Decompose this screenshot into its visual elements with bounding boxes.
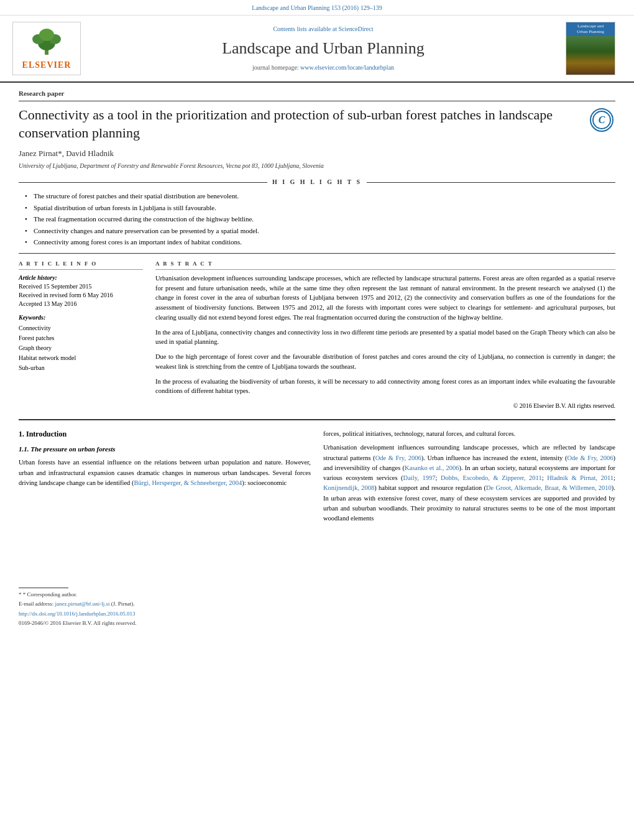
contents-label: Contents lists available at (273, 25, 336, 32)
highlight-item-2: Spatial distribution of urban forests in… (25, 203, 615, 213)
crossmark-circle: C (590, 108, 613, 132)
article-info-abstract-section: A R T I C L E I N F O Article history: R… (19, 253, 615, 410)
keyword-5: Sub-urban (19, 364, 143, 372)
abstract-label: A B S T R A C T (155, 260, 615, 270)
journal-title: Landscape and Urban Planning (222, 37, 425, 60)
journal-homepage: journal homepage: www.elsevier.com/locat… (252, 63, 394, 72)
body-para-col2-1: forces, political initiatives, technolog… (323, 429, 615, 439)
keywords-list: Connectivity Forest patches Graph theory… (19, 324, 143, 372)
crossmark-icon: C (592, 110, 612, 130)
highlight-item-5: Connectivity among forest cores is an im… (25, 238, 615, 247)
highlights-section-header: H I G H L I G H T S (19, 178, 615, 187)
authors-line: Janez Pirnat*, David Hladnik (19, 148, 615, 159)
footer-copyright: 0169-2046/© 2016 Elsevier B.V. All right… (19, 619, 311, 627)
ref-degroot[interactable]: De Groot, Alkemade, Braat, & Willemen, 2… (486, 484, 612, 491)
footnote-area: * * Corresponding author. E-mail address… (19, 588, 311, 627)
ref-ode2[interactable]: Ode & Fry, 2006 (567, 455, 613, 461)
highlights-title: H I G H L I G H T S (267, 178, 367, 187)
body-content: 1. Introduction 1.1. The pressure on urb… (19, 429, 615, 627)
footnote-corresponding: * * Corresponding author. (19, 591, 311, 599)
highlight-item-1: The structure of forest patches and thei… (25, 192, 615, 201)
intro-heading: 1. Introduction (19, 429, 311, 440)
body-para-col1: Urban forests have an essential influenc… (19, 458, 311, 488)
elsevier-wordmark: ELSEVIER (22, 59, 71, 72)
article-type-label: Research paper (19, 89, 615, 101)
page: Landscape and Urban Planning 153 (2016) … (0, 0, 634, 840)
journal-citation-bar: Landscape and Urban Planning 153 (2016) … (0, 0, 634, 16)
doi-text: http://dx.doi.org/10.1016/j.landurbplan.… (19, 611, 136, 617)
footnote-star: * (19, 591, 23, 598)
intro-subheading: 1.1. The pressure on urban forests (19, 445, 311, 454)
body-text-right: forces, political initiatives, technolog… (323, 429, 615, 524)
journal-header-center: Contents lists available at ScienceDirec… (93, 22, 553, 75)
article-info-column: A R T I C L E I N F O Article history: R… (19, 260, 143, 410)
crossmark-badge[interactable]: C (587, 106, 615, 134)
journal-citation-text: Landscape and Urban Planning 153 (2016) … (252, 4, 382, 11)
revised-date: Received in revised form 6 May 2016 (19, 291, 143, 300)
highlights-line-right (367, 182, 615, 183)
section-divider (19, 419, 615, 420)
accepted-date: Accepted 13 May 2016 (19, 300, 143, 308)
ref-konijn[interactable]: Konijnendijk, 2008 (323, 484, 374, 491)
footnote-rule (19, 588, 68, 588)
sciencedirect-line: Contents lists available at ScienceDirec… (273, 25, 373, 34)
history-title: Article history: (19, 274, 143, 282)
abstract-para-4: In the process of evaluating the biodive… (155, 377, 615, 397)
main-content: Research paper Connectivity as a tool in… (0, 83, 634, 634)
svg-text:C: C (598, 114, 605, 125)
body-para-col2-2: Urbanisation development influences surr… (323, 443, 615, 524)
keyword-2: Forest patches (19, 334, 143, 343)
article-info-label: A R T I C L E I N F O (19, 260, 143, 270)
article-history: Article history: Received 15 September 2… (19, 274, 143, 308)
elsevier-tree-icon (25, 25, 68, 57)
keyword-3: Graph theory (19, 344, 143, 353)
abstract-para-2: In the area of Ljubljana, connectivity c… (155, 328, 615, 348)
ref-kasanko[interactable]: Kasanko et al., 2006 (405, 464, 459, 471)
ref-daily[interactable]: Daily, 1997 (403, 474, 436, 481)
keyword-1: Connectivity (19, 324, 143, 333)
ref-burgi[interactable]: Bürgi, Hersperger, & Schneeberger, 2004 (134, 479, 242, 486)
highlights-list: The structure of forest patches and thei… (25, 192, 615, 247)
keyword-4: Habitat network model (19, 354, 143, 362)
body-col-left: 1. Introduction 1.1. The pressure on urb… (19, 429, 311, 627)
authors-text: Janez Pirnat*, David Hladnik (19, 149, 114, 158)
affiliation-text: University of Ljubljana, Department of F… (19, 162, 615, 170)
keywords-section: Keywords: Connectivity Forest patches Gr… (19, 313, 143, 372)
ref-hladnik[interactable]: Hladnik & Pirnat, 2011 (547, 474, 613, 481)
homepage-label: journal homepage: (252, 64, 299, 71)
article-title: Connectivity as a tool in the prioritiza… (19, 106, 615, 142)
abstract-copyright: © 2016 Elsevier B.V. All rights reserved… (155, 401, 615, 410)
body-col-right: forces, political initiatives, technolog… (323, 429, 615, 627)
abstract-text: Urbanisation development influences surr… (155, 274, 615, 410)
journal-header: ELSEVIER Contents lists available at Sci… (0, 16, 634, 83)
email-link[interactable]: janez.pirnat@bf.uni-lj.si (55, 601, 109, 607)
abstract-para-3: Due to the high percentage of forest cov… (155, 352, 615, 372)
footnote-email: E-mail address: janez.pirnat@bf.uni-lj.s… (19, 600, 311, 608)
svg-point-4 (39, 29, 54, 41)
body-text-left: Urban forests have an essential influenc… (19, 458, 311, 488)
email-suffix: (J. Pirnat). (111, 601, 135, 607)
abstract-column: A B S T R A C T Urbanisation development… (155, 260, 615, 410)
article-title-container: Connectivity as a tool in the prioritiza… (19, 106, 615, 142)
footnote-corresponding-text: * Corresponding author. (23, 591, 77, 598)
ref-dobbs[interactable]: Dobbs, Escobedo, & Zipperer, 2011 (441, 474, 542, 481)
received-date: Received 15 September 2015 (19, 282, 143, 291)
doi-line[interactable]: http://dx.doi.org/10.1016/j.landurbplan.… (19, 610, 311, 618)
abstract-para-1: Urbanisation development influences surr… (155, 274, 615, 323)
sciencedirect-link[interactable]: ScienceDirect (338, 25, 373, 32)
cover-header-text: Landscape andUrban Planning (566, 22, 615, 36)
cover-image (566, 36, 615, 74)
keywords-title: Keywords: (19, 313, 143, 322)
highlights-line-left (19, 182, 267, 183)
ref-ode1[interactable]: Ode & Fry, 2006 (375, 455, 421, 461)
elsevier-logo: ELSEVIER (12, 22, 81, 75)
highlight-item-4: Connectivity changes and nature preserva… (25, 226, 615, 236)
homepage-url[interactable]: www.elsevier.com/locate/landurbplan (300, 64, 394, 71)
highlight-item-3: The real fragmentation occurred during t… (25, 215, 615, 224)
journal-cover-thumbnail: Landscape andUrban Planning (566, 22, 615, 75)
email-label: E-mail address: (19, 601, 53, 607)
